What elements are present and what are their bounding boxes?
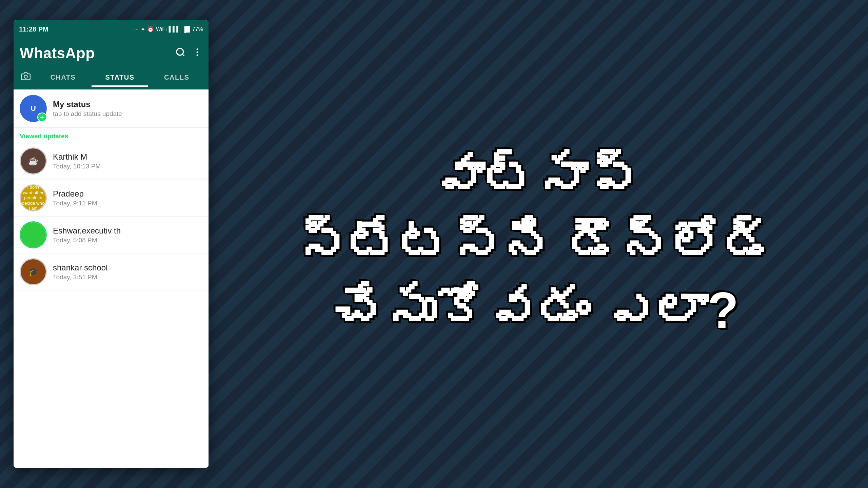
- eshwar-name: Eshwar.executiv th: [53, 226, 121, 236]
- status-time: 11:28 PM: [19, 25, 48, 33]
- my-status-avatar-container: U +: [20, 95, 47, 122]
- tab-chats[interactable]: CHATS: [35, 68, 92, 87]
- search-icon[interactable]: [175, 47, 185, 60]
- pradeep-info: Pradeep Today, 9:11 PM: [53, 189, 97, 207]
- status-content: U + My status tap to add status update V…: [14, 89, 209, 468]
- svg-point-2: [197, 48, 198, 50]
- tab-calls[interactable]: CALLS: [148, 68, 205, 87]
- phone-frame: 11:28 PM ··· ✦ ⏰ WiFi ▌▌▌ ▐▉ 77% WhatsAp…: [14, 20, 209, 468]
- karthik-time: Today, 10:13 PM: [53, 163, 101, 170]
- eshwar-info: Eshwar.executiv th Today, 5:08 PM: [53, 226, 121, 244]
- dots-icon: ···: [134, 26, 138, 32]
- shankar-time: Today, 3:51 PM: [53, 273, 107, 281]
- wifi-icon: WiFi: [156, 26, 167, 32]
- shankar-avatar: 🎓: [20, 258, 47, 285]
- header-actions: [175, 47, 202, 60]
- svg-point-0: [177, 48, 183, 55]
- tabs-bar: CHATS STATUS CALLS: [14, 65, 209, 89]
- bluetooth-icon: ✦: [141, 26, 145, 33]
- tab-camera[interactable]: [17, 72, 35, 83]
- svg-point-5: [24, 75, 27, 78]
- signal-icon: ▌▌▌: [169, 26, 180, 32]
- eshwar-avatar: [20, 221, 47, 248]
- pradeep-avatar: I don't want other people to decide who …: [20, 184, 47, 211]
- shankar-info: shankar school Today, 3:51 PM: [53, 263, 107, 281]
- list-item[interactable]: Eshwar.executiv th Today, 5:08 PM: [14, 217, 209, 253]
- pradeep-time: Today, 9:11 PM: [53, 200, 97, 207]
- my-status-title: My status: [53, 100, 122, 109]
- battery-percent: 77%: [192, 26, 203, 32]
- telugu-heading: వాట్సాప్స్టేటస్ని డౌన్లోడ్చేసుకోవడం ఎలా?: [282, 131, 789, 357]
- app-title: WhatsApp: [20, 45, 95, 62]
- viewed-updates-label: Viewed updates: [14, 128, 209, 143]
- app-header: WhatsApp: [14, 38, 209, 65]
- my-status-row[interactable]: U + My status tap to add status update: [14, 89, 209, 128]
- list-item[interactable]: ☕ Karthik M Today, 10:13 PM: [14, 143, 209, 180]
- svg-point-3: [197, 51, 198, 53]
- karthik-name: Karthik M: [53, 152, 101, 162]
- battery-icon: ▐▉: [182, 26, 190, 33]
- alarm-icon: ⏰: [147, 26, 154, 33]
- tab-status[interactable]: STATUS: [92, 68, 149, 87]
- more-options-icon[interactable]: [192, 47, 202, 60]
- shankar-name: shankar school: [53, 263, 107, 272]
- status-icons: ··· ✦ ⏰ WiFi ▌▌▌ ▐▉ 77%: [134, 26, 203, 33]
- karthik-info: Karthik M Today, 10:13 PM: [53, 152, 101, 170]
- list-item[interactable]: I don't want other people to decide who …: [14, 180, 209, 217]
- svg-line-1: [182, 54, 184, 56]
- list-item[interactable]: 🎓 shankar school Today, 3:51 PM: [14, 253, 209, 290]
- svg-point-4: [197, 54, 198, 56]
- karthik-avatar: ☕: [20, 147, 47, 175]
- my-status-subtitle: tap to add status update: [53, 110, 122, 118]
- telugu-text-overlay: వాట్సాప్స్టేటస్ని డౌన్లోడ్చేసుకోవడం ఎలా?: [203, 0, 868, 488]
- eshwar-time: Today, 5:08 PM: [53, 237, 121, 244]
- pradeep-name: Pradeep: [53, 189, 97, 199]
- my-status-info: My status tap to add status update: [53, 100, 122, 118]
- add-status-badge[interactable]: +: [37, 113, 47, 122]
- status-bar: 11:28 PM ··· ✦ ⏰ WiFi ▌▌▌ ▐▉ 77%: [14, 20, 209, 38]
